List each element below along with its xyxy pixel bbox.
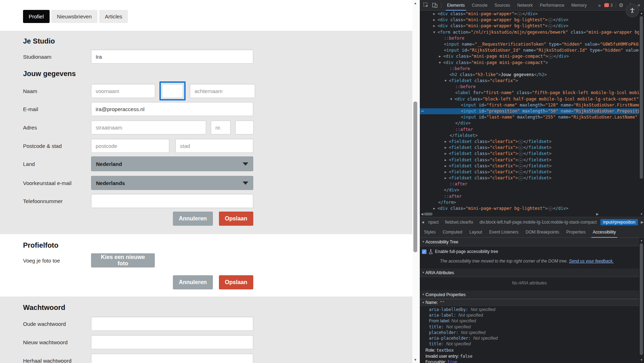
studionaam-input[interactable] (91, 50, 253, 64)
dom-tree-line[interactable]: ▶<fieldset class="clearfix">⋯</fieldset> (420, 151, 639, 157)
issues-badge[interactable]: 3 (602, 3, 615, 8)
tree-scrollbar-thumb[interactable] (640, 16, 643, 179)
dom-tree-line[interactable]: <label for="first-name" class="fifth-pag… (420, 90, 639, 96)
stad-input[interactable] (175, 139, 253, 153)
expand-open-icon[interactable]: ▼ (439, 60, 443, 66)
dom-tree-line[interactable]: </fieldset> (420, 133, 639, 139)
sidebar-tab-properties[interactable]: Properties (563, 227, 589, 238)
expand-open-icon[interactable]: ▼ (433, 29, 437, 35)
opslaan-button[interactable]: Opslaan (219, 275, 253, 289)
expand-closed-icon[interactable]: ▶ (445, 139, 449, 145)
scroll-up-icon[interactable]: ▲ (412, 1, 418, 5)
dom-tree-line[interactable]: ::before (420, 35, 639, 41)
expand-open-icon[interactable]: ▼ (445, 78, 449, 84)
dom-tree-line[interactable]: ::before (420, 84, 639, 90)
sidebar-tab-layout[interactable]: Layout (466, 227, 486, 238)
wachtwoord-input[interactable] (91, 317, 253, 331)
more-tabs-icon[interactable]: » (597, 2, 602, 8)
kies-foto-button[interactable]: Kies een nieuwe foto (91, 253, 155, 267)
name-property-row[interactable]: ▼ Name: "" (420, 299, 639, 306)
accessibility-tree-section-header[interactable]: ▼ Accessibility Tree (420, 238, 639, 246)
dom-tree-line[interactable]: ▶<div class="mini-page-wrapper bg-lighte… (420, 23, 639, 29)
tab-nieuwsbrieven[interactable]: Nieuwsbrieven (51, 10, 97, 23)
settings-gear-icon[interactable]: ⚙ (617, 2, 626, 8)
achternaam-input[interactable] (190, 84, 255, 98)
dom-tree-line[interactable]: ▶<div class="mini-page-wrapper bg-lighte… (420, 206, 639, 212)
annuleren-button[interactable]: Annuleren (173, 212, 213, 226)
expand-closed-icon[interactable]: ▶ (439, 53, 443, 59)
breadcrumb-left-icon[interactable]: ◀ (420, 220, 426, 224)
wachtwoord-input[interactable] (91, 353, 253, 363)
dom-tree-hscrollbar[interactable]: ◀ ▶ (420, 212, 639, 217)
expand-closed-icon[interactable]: ▶ (445, 151, 449, 157)
dom-tree-line[interactable]: ▶<fieldset class="clearfix">⋯</fieldset> (420, 169, 639, 175)
dom-tree-line[interactable]: ▼<form action="/nl/rijksstudio/mijn/gege… (420, 29, 639, 35)
dom-tree-line[interactable]: <input id="RijksStudioUser_Id" name="Rij… (420, 47, 639, 53)
dom-tree-line[interactable]: ▶<div class="mini-page-wrapper bg-lighte… (420, 17, 639, 23)
expand-closed-icon[interactable]: ▶ (445, 163, 449, 169)
page-scrollbar[interactable]: ▲ ▼ (412, 0, 418, 363)
row-actions-icon[interactable]: ⋯ (421, 108, 423, 114)
expand-closed-icon[interactable]: ▶ (433, 206, 437, 212)
scroll-up-icon[interactable]: ▲ (639, 12, 644, 15)
sidebar-tab-accessibility[interactable]: Accessibility (589, 227, 619, 238)
devtools-tab-network[interactable]: Network (514, 0, 536, 11)
expand-closed-icon[interactable]: ▶ (433, 11, 437, 17)
devtools-tab-memory[interactable]: Memory (568, 0, 590, 11)
breadcrumb-item[interactable]: input#preposition (600, 219, 638, 225)
voorkeurstaal-select[interactable]: Nederlands (91, 176, 253, 190)
breadcrumb-item[interactable]: div.block-left.half-page.mobile-lg-1col.… (477, 219, 599, 225)
breadcrumb-right-icon[interactable]: ▶ (641, 220, 643, 224)
expand-open-icon[interactable]: ▼ (450, 96, 454, 102)
enable-a11y-checkbox[interactable]: ✓ (422, 249, 426, 254)
dom-tree-line[interactable]: ▶<fieldset class="clearfix">⋯</fieldset> (420, 139, 639, 145)
scroll-left-icon[interactable]: ◀ (421, 212, 423, 216)
sidebar-tab-event-listeners[interactable]: Event Listeners (486, 227, 522, 238)
postcode-input[interactable] (91, 139, 169, 153)
devtools-tab-performance[interactable]: Performance (536, 0, 568, 11)
expand-closed-icon[interactable]: ▶ (445, 145, 449, 151)
devtools-tab-elements[interactable]: Elements (444, 0, 468, 11)
preposition-input[interactable] (162, 84, 183, 98)
expand-closed-icon[interactable]: ▶ (445, 169, 449, 175)
telefoonnummer-input[interactable] (91, 194, 253, 208)
device-toolbar-icon[interactable] (432, 2, 437, 8)
devtools-tab-console[interactable]: Console (468, 0, 491, 11)
scroll-down-icon[interactable]: ▼ (639, 213, 644, 216)
huisnummer-input[interactable] (211, 120, 231, 134)
tab-articles[interactable]: Articles (99, 10, 128, 23)
opslaan-button[interactable]: Opslaan (219, 212, 253, 226)
pane-scrollbar-thumb[interactable] (640, 243, 643, 355)
dom-tree-line[interactable]: ::after (420, 127, 639, 133)
dom-tree-line[interactable]: ▶<div class="mini-page-wrapper">⋯</div> (420, 11, 639, 17)
dom-tree-scrollbar[interactable]: ▲ ▼ (639, 11, 644, 217)
aria-attributes-section-header[interactable]: ▼ ARIA Attributes (420, 269, 639, 277)
devtools-tab-sources[interactable]: Sources (491, 0, 514, 11)
inspect-element-icon[interactable] (423, 2, 429, 8)
dom-tree-line[interactable]: ▶<fieldset class="clearfix">⋯</fieldset> (420, 157, 639, 163)
breadcrumb-item[interactable]: fieldset.clearfix (442, 219, 475, 225)
voornaam-input[interactable] (91, 84, 155, 98)
dom-tree-line-selected[interactable]: ⋯<input id="preposition" maxlength="50" … (420, 108, 639, 114)
wachtwoord-input[interactable] (91, 335, 253, 349)
breadcrumb-item[interactable]: npact (426, 219, 441, 225)
dom-tree-line[interactable]: ▼<div class="mini-page mini-page-compact… (420, 60, 639, 66)
scroll-up-icon[interactable]: ▲ (639, 239, 644, 242)
dom-tree-line[interactable]: ::before (420, 66, 639, 72)
email-input[interactable] (91, 102, 253, 116)
dom-tree-line[interactable]: ::after (420, 194, 639, 200)
dom-tree-line[interactable]: <input id="first-name" maxlength="128" n… (420, 102, 639, 108)
dom-tree-line[interactable]: </form> (420, 200, 639, 206)
expand-closed-icon[interactable]: ▶ (433, 17, 437, 23)
page-scrollbar-thumb[interactable] (413, 102, 417, 252)
enable-a11y-label[interactable]: Enable full-page accessibility tree (435, 249, 498, 254)
feedback-link[interactable]: Send us your feedback. (569, 259, 614, 264)
expand-closed-icon[interactable]: ▶ (445, 175, 449, 181)
computed-properties-section-header[interactable]: ▼ Computed Properties (420, 290, 639, 299)
dom-tree-line[interactable]: ▶<fieldset class="clearfix">⋯</fieldset> (420, 145, 639, 151)
tab-profiel[interactable]: Profiel (23, 10, 50, 23)
accessibility-person-button[interactable] (626, 5, 638, 17)
dom-tree-line[interactable]: ▼<div class="block-left half-page mobile… (420, 96, 639, 102)
dom-tree-line[interactable]: <input id="last-name" maxlength="255" na… (420, 114, 639, 120)
dom-tree-line[interactable]: ▼<fieldset class="clearfix"> (420, 78, 639, 84)
